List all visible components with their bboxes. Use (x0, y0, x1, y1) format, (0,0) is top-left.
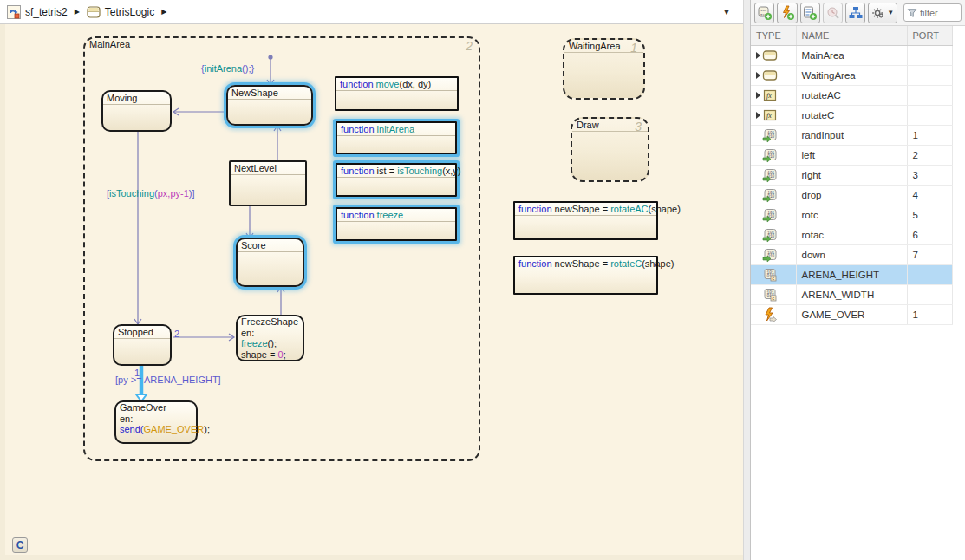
symbols-panel: 101 010 (751, 0, 965, 560)
breadcrumb: sf_tetris2 ▶ TetrisLogic ▶ (7, 5, 169, 19)
symbol-name[interactable]: left (796, 145, 907, 165)
function-signature: function newShape = rotateC(shape) (515, 257, 656, 270)
state-title: MainArea (85, 38, 479, 50)
state-score[interactable]: Score (236, 238, 304, 287)
settings-button[interactable]: ▼ (868, 3, 897, 23)
symbol-row[interactable]: down 7 (751, 244, 952, 264)
symbol-port[interactable]: 7 (907, 244, 952, 264)
symbol-row[interactable]: rotateC (751, 105, 952, 125)
symbol-row[interactable]: left 2 (751, 145, 952, 165)
add-event-button[interactable] (777, 3, 797, 23)
state-action-line: freeze(); (238, 338, 303, 349)
symbol-port[interactable] (907, 264, 952, 284)
function-signature: function initArena (337, 123, 455, 136)
symbol-type-icon (762, 287, 778, 303)
symbol-port[interactable]: 3 (907, 165, 952, 185)
breadcrumb-model[interactable]: sf_tetris2 (25, 6, 68, 18)
symbol-row[interactable]: WaitingArea (751, 65, 952, 85)
function-is-touching[interactable]: function ist = isTouching(x,y) (336, 163, 457, 197)
symbol-port[interactable]: 6 (907, 225, 952, 244)
state-waiting-area[interactable]: WaitingArea 1 (563, 38, 645, 100)
symbol-name[interactable]: ARENA_HEIGHT (796, 264, 907, 284)
symbol-name[interactable]: down (796, 244, 907, 264)
function-move[interactable]: function move(dx, dy) (335, 76, 459, 111)
state-title: NewShape (228, 87, 311, 100)
transition-label-is-touching[interactable]: [isTouching(px,py-1)] (107, 188, 195, 199)
execution-order-badge: 1 (630, 41, 637, 55)
symbol-row[interactable]: rotateAC (751, 85, 952, 105)
symbol-port[interactable] (907, 85, 952, 105)
symbol-type-icon (762, 267, 778, 283)
symbols-table: TYPE NAME PORT MainArea (751, 26, 953, 325)
breadcrumb-dropdown-icon[interactable]: ▼ (722, 7, 731, 16)
function-rotate-ac[interactable]: function newShape = rotateAC(shape) (513, 201, 658, 240)
action-language-c-badge[interactable]: C (12, 537, 28, 553)
add-data-button[interactable]: 101 010 (754, 3, 774, 23)
row-expander-icon[interactable] (756, 52, 760, 59)
symbol-name[interactable]: right (796, 165, 907, 185)
symbol-port[interactable]: 1 (907, 125, 952, 145)
symbol-name[interactable]: rotc (796, 205, 907, 225)
filter-input[interactable] (920, 8, 958, 18)
panel-divider[interactable] (743, 0, 751, 560)
symbol-port[interactable]: 4 (907, 185, 952, 205)
symbol-type-icon (762, 68, 778, 83)
symbols-toolbar: 101 010 (751, 0, 965, 26)
symbol-row[interactable]: ARENA_WIDTH (751, 284, 952, 304)
symbol-row[interactable]: randInput 1 (751, 125, 952, 145)
transition-label-py-height[interactable]: [py >= ARENA_HEIGHT] (115, 374, 221, 385)
column-header-name[interactable]: NAME (796, 26, 907, 45)
symbol-row[interactable]: drop 4 (751, 185, 952, 205)
function-rotate-c[interactable]: function newShape = rotateC(shape) (513, 256, 658, 295)
symbol-row[interactable]: GAME_OVER 1 (751, 304, 952, 324)
symbol-port[interactable]: 1 (907, 304, 952, 324)
symbol-row[interactable]: right 3 (751, 165, 952, 185)
symbol-port[interactable]: 2 (907, 145, 952, 165)
symbol-type-icon (762, 187, 778, 203)
symbol-name[interactable]: WaitingArea (796, 65, 907, 85)
state-title: GameOver (116, 402, 196, 413)
row-expander-icon[interactable] (756, 92, 760, 99)
symbol-port[interactable]: 5 (907, 205, 952, 225)
state-game-over[interactable]: GameOver en: send(GAME_OVER); (114, 400, 198, 444)
symbol-name[interactable]: drop (796, 185, 907, 205)
symbol-row[interactable]: rotc 5 (751, 205, 952, 225)
add-message-button[interactable] (800, 3, 820, 23)
state-freeze-shape[interactable]: FreezeShape en: freeze(); shape = 0; (236, 315, 304, 361)
symbol-port[interactable] (907, 65, 952, 85)
transition-label-init-arena[interactable]: {initArena();} (201, 63, 254, 74)
breadcrumb-separator-icon[interactable]: ▶ (75, 8, 80, 16)
function-signature: function move(dx, dy) (336, 78, 457, 91)
symbol-name[interactable]: rotateC (796, 105, 907, 125)
symbol-port[interactable] (907, 284, 952, 304)
state-next-level[interactable]: NextLevel (229, 160, 307, 206)
column-header-port[interactable]: PORT (907, 26, 952, 45)
symbol-name[interactable]: rotateAC (796, 85, 907, 105)
state-new-shape[interactable]: NewShape (226, 85, 313, 126)
state-moving[interactable]: Moving (101, 90, 172, 132)
symbol-row[interactable]: rotac 6 (751, 225, 952, 244)
symbol-port[interactable] (907, 105, 952, 125)
state-draw[interactable]: Draw 3 (571, 117, 649, 182)
row-expander-icon[interactable] (756, 112, 760, 119)
row-expander-icon[interactable] (756, 72, 760, 79)
symbol-port[interactable] (907, 45, 952, 65)
symbol-name[interactable]: MainArea (796, 45, 907, 65)
symbol-type-icon (762, 167, 778, 183)
symbol-name[interactable]: GAME_OVER (796, 304, 907, 324)
function-init-arena[interactable]: function initArena (336, 121, 457, 154)
symbol-name[interactable]: ARENA_WIDTH (796, 284, 907, 304)
symbol-name[interactable]: rotac (796, 225, 907, 244)
stateflow-canvas[interactable]: MainArea 2 Moving NewShape NextLevel Sco… (0, 24, 743, 560)
filter-field[interactable] (903, 3, 962, 22)
svg-text:101: 101 (760, 9, 767, 12)
symbol-row[interactable]: MainArea (751, 45, 952, 65)
symbol-row[interactable]: ARENA_HEIGHT (751, 264, 952, 284)
hierarchy-view-button[interactable] (845, 3, 865, 23)
state-stopped[interactable]: Stopped (113, 324, 172, 366)
breadcrumb-chart[interactable]: TetrisLogic (105, 6, 154, 18)
function-freeze[interactable]: function freeze (336, 207, 457, 241)
symbol-name[interactable]: randInput (796, 125, 907, 145)
column-header-type[interactable]: TYPE (751, 26, 796, 45)
breadcrumb-separator-icon[interactable]: ▶ (161, 8, 166, 16)
